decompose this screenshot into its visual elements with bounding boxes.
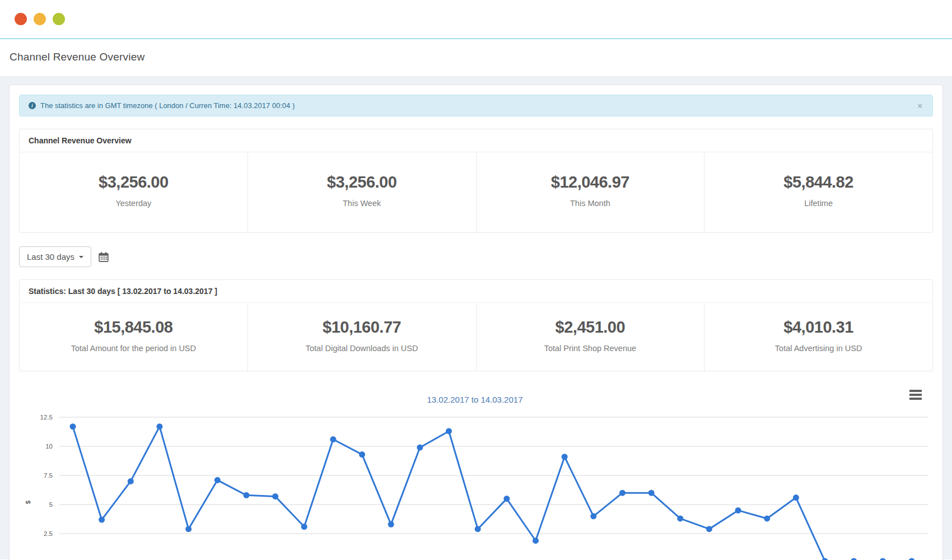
content-card: i The statistics are in GMT timezone ( L… (9, 85, 943, 560)
data-point-marker[interactable] (503, 496, 510, 502)
statistics-panel-heading: Statistics: Last 30 days [ 13.02.2017 to… (20, 280, 932, 303)
stat-lifetime: $5,844.82 Lifetime (704, 152, 932, 232)
overview-stats-row: $3,256.00 Yesterday $3,256.00 This Week … (20, 152, 932, 232)
data-point-marker[interactable] (301, 524, 307, 530)
y-tick-label: 5 (49, 501, 53, 508)
data-point-marker[interactable] (648, 490, 655, 496)
alert-message: The statistics are in GMT timezone ( Lon… (40, 101, 295, 110)
data-point-marker[interactable] (214, 477, 221, 483)
chart-title: 13.02.2017 to 14.03.2017 (427, 395, 523, 404)
data-point-marker[interactable] (243, 492, 249, 498)
filter-row: Last 30 days (19, 246, 933, 267)
traffic-light-minimize-button[interactable] (34, 13, 46, 25)
data-point-marker[interactable] (764, 515, 770, 521)
y-tick-label: 10 (45, 443, 53, 450)
data-point-marker[interactable] (185, 526, 192, 532)
y-axis-title: $ (25, 501, 31, 504)
stat-digital-downloads: $10,160.77 Total Digital Downloads in US… (248, 303, 476, 371)
traffic-light-zoom-button[interactable] (53, 13, 65, 25)
stat-this-month: $12,046.97 This Month (476, 152, 704, 232)
revenue-line-chart: 2.557.51012.50$13.02.2017 to 14.03.2017 (19, 384, 934, 560)
data-point-marker[interactable] (562, 454, 568, 460)
stat-value: $5,844.82 (710, 173, 927, 192)
data-point-marker[interactable] (909, 558, 915, 560)
app-window: { "window": { "traffic_lights": [ {"name… (0, 0, 952, 560)
data-point-marker[interactable] (388, 521, 394, 528)
stat-value: $12,046.97 (482, 173, 699, 192)
stat-value: $10,160.77 (254, 318, 470, 337)
data-point-marker[interactable] (128, 478, 134, 484)
data-point-marker[interactable] (619, 490, 626, 496)
date-range-button[interactable]: Last 30 days (19, 246, 91, 267)
data-point-marker[interactable] (590, 513, 596, 519)
page-background: i The statistics are in GMT timezone ( L… (0, 77, 952, 559)
stat-print-shop: $2,451.00 Total Print Shop Revenue (476, 303, 704, 371)
chart-menu-button[interactable] (909, 387, 922, 403)
overview-panel: Channel Revenue Overview $3,256.00 Yeste… (19, 129, 933, 233)
statistics-panel: Statistics: Last 30 days [ 13.02.2017 to… (19, 279, 933, 371)
y-tick-label: 12.5 (40, 414, 53, 421)
stat-label: Total Amount for the period in USD (25, 344, 242, 353)
stat-label: This Month (482, 199, 699, 208)
alert-close-button[interactable]: × (916, 101, 923, 110)
data-point-marker[interactable] (735, 507, 741, 514)
page-header: Channel Revenue Overview (0, 39, 952, 77)
data-point-marker[interactable] (446, 428, 452, 434)
stat-advertising: $4,010.31 Total Advertising in USD (704, 303, 932, 371)
page-title: Channel Revenue Overview (10, 51, 942, 63)
caret-down-icon (79, 256, 83, 258)
y-tick-label: 7.5 (44, 472, 53, 479)
data-point-marker[interactable] (793, 494, 799, 501)
data-point-marker[interactable] (70, 423, 76, 430)
data-point-marker[interactable] (359, 451, 365, 458)
stat-value: $3,256.00 (254, 173, 470, 192)
data-point-marker[interactable] (475, 526, 481, 532)
stat-value: $2,451.00 (482, 318, 699, 337)
info-icon: i (29, 102, 36, 109)
stat-value: $15,845.08 (25, 318, 242, 337)
stat-value: $4,010.31 (710, 318, 927, 337)
data-point-marker[interactable] (417, 445, 423, 451)
stat-label: Total Print Shop Revenue (482, 344, 699, 353)
calendar-button[interactable] (99, 252, 109, 262)
overview-panel-heading: Channel Revenue Overview (20, 129, 932, 152)
data-point-marker[interactable] (880, 558, 886, 560)
stat-value: $3,256.00 (25, 173, 242, 192)
data-point-marker[interactable] (99, 517, 105, 523)
data-point-marker[interactable] (330, 436, 336, 442)
data-point-marker[interactable] (533, 538, 539, 544)
stat-label: Lifetime (710, 199, 927, 208)
data-point-marker[interactable] (156, 423, 162, 430)
data-point-marker[interactable] (677, 515, 683, 521)
stat-label: Total Digital Downloads in USD (254, 344, 470, 353)
calendar-icon (99, 252, 109, 262)
stat-this-week: $3,256.00 This Week (248, 152, 476, 232)
data-point-marker[interactable] (706, 526, 712, 532)
statistics-stats-row: $15,845.08 Total Amount for the period i… (20, 303, 932, 371)
date-range-label: Last 30 days (27, 251, 74, 262)
y-tick-label: 2.5 (44, 530, 53, 537)
chart-section: 2.557.51012.50$13.02.2017 to 14.03.2017 (19, 384, 933, 560)
stat-yesterday: $3,256.00 Yesterday (20, 152, 248, 232)
hamburger-icon (909, 390, 922, 400)
stat-total-amount: $15,845.08 Total Amount for the period i… (20, 303, 248, 371)
stat-label: Total Advertising in USD (710, 344, 927, 353)
data-point-marker[interactable] (272, 493, 278, 500)
window-titlebar (0, 0, 952, 39)
stat-label: Yesterday (25, 199, 242, 208)
info-alert: i The statistics are in GMT timezone ( L… (19, 95, 933, 116)
close-icon: × (917, 101, 922, 110)
data-point-marker[interactable] (851, 558, 857, 560)
stat-label: This Week (254, 199, 470, 208)
traffic-light-close-button[interactable] (15, 13, 27, 25)
